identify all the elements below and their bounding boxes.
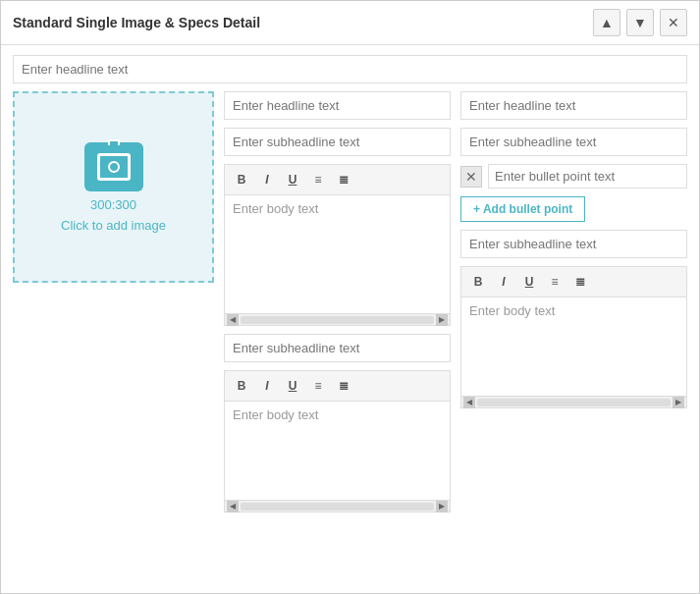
middle-editor2: B I U ≡ ≣ Enter body text ◀ ▶ [224, 370, 451, 513]
middle-editor2-toolbar: B I U ≡ ≣ [225, 371, 450, 402]
title-actions: ▲ ▼ ✕ [593, 9, 687, 36]
left-column: 300:300 Click to add image [13, 91, 214, 583]
middle-body2-placeholder: Enter body text [233, 407, 318, 422]
italic-button-r1[interactable]: I [493, 271, 514, 293]
underline-button-r1[interactable]: U [518, 271, 540, 293]
main-grid: 300:300 Click to add image B I U ≡ ≣ [13, 91, 687, 583]
middle-body1-placeholder: Enter body text [233, 201, 318, 216]
middle-editor1-scrollbar[interactable]: ◀ ▶ [225, 313, 450, 325]
scroll-track-1 [241, 316, 434, 324]
right-column: ✕ + Add bullet point B I U ≡ ≣ [460, 91, 687, 583]
middle-column: B I U ≡ ≣ Enter body text ◀ ▶ [224, 91, 451, 583]
list-ol-button-1[interactable]: ≣ [333, 169, 354, 190]
main-window: Standard Single Image & Specs Detail ▲ ▼… [0, 0, 700, 594]
bold-button-2[interactable]: B [231, 375, 252, 397]
click-to-add-label: Click to add image [61, 218, 166, 233]
middle-editor1: B I U ≡ ≣ Enter body text ◀ ▶ [224, 164, 451, 326]
image-placeholder[interactable]: 300:300 Click to add image [13, 91, 214, 283]
bullet-input[interactable] [488, 164, 687, 189]
camera-lens [108, 161, 120, 173]
scroll-track-2 [241, 503, 434, 511]
scroll-left-arrow-r1[interactable]: ◀ [463, 397, 475, 408]
right-editor1-toolbar: B I U ≡ ≣ [461, 267, 686, 297]
underline-button-2[interactable]: U [282, 375, 303, 397]
right-editor1-scrollbar[interactable]: ◀ ▶ [461, 396, 686, 407]
title-bar: Standard Single Image & Specs Detail ▲ ▼… [1, 1, 699, 45]
list-ul-button-r1[interactable]: ≡ [544, 271, 565, 293]
italic-button-2[interactable]: I [256, 375, 278, 397]
camera-icon [84, 142, 143, 191]
move-down-button[interactable]: ▼ [626, 9, 654, 36]
list-ol-button-2[interactable]: ≣ [333, 375, 354, 397]
middle-headline-input[interactable] [224, 91, 451, 120]
scroll-left-arrow-1[interactable]: ◀ [227, 314, 239, 326]
middle-body1-input[interactable]: Enter body text [225, 195, 450, 313]
right-subheadline1-input[interactable] [460, 128, 687, 156]
middle-body2-input[interactable]: Enter body text [225, 402, 450, 500]
underline-button-1[interactable]: U [282, 169, 303, 190]
scroll-right-arrow-1[interactable]: ▶ [436, 314, 448, 326]
top-headline-input[interactable] [13, 55, 687, 83]
bold-button-1[interactable]: B [231, 169, 252, 190]
image-size-label: 300:300 [90, 197, 136, 212]
scroll-track-r1 [477, 399, 671, 406]
list-ul-button-2[interactable]: ≡ [307, 375, 329, 397]
add-bullet-button[interactable]: + Add bullet point [460, 196, 585, 222]
middle-editor2-scrollbar[interactable]: ◀ ▶ [225, 500, 450, 512]
middle-subheadline1-input[interactable] [224, 128, 451, 156]
middle-subheadline2-input[interactable] [224, 334, 451, 362]
bullet-remove-button[interactable]: ✕ [460, 166, 482, 188]
top-headline-row [13, 55, 687, 83]
italic-button-1[interactable]: I [256, 169, 278, 190]
middle-editor1-toolbar: B I U ≡ ≣ [225, 165, 450, 195]
bold-button-r1[interactable]: B [467, 271, 489, 293]
right-editor1: B I U ≡ ≣ Enter body text ◀ ▶ [460, 266, 687, 408]
content-area: 300:300 Click to add image B I U ≡ ≣ [1, 45, 699, 593]
list-ul-button-1[interactable]: ≡ [307, 169, 329, 190]
list-ol-button-r1[interactable]: ≣ [569, 271, 591, 293]
right-body1-input[interactable]: Enter body text [461, 297, 686, 396]
move-up-button[interactable]: ▲ [593, 9, 620, 36]
right-headline-input[interactable] [460, 91, 687, 120]
scroll-left-arrow-2[interactable]: ◀ [227, 501, 239, 513]
scroll-right-arrow-r1[interactable]: ▶ [673, 397, 684, 408]
window-title: Standard Single Image & Specs Detail [13, 15, 260, 30]
right-subheadline2-input[interactable] [460, 230, 687, 258]
bullet-point-row: ✕ [460, 164, 687, 189]
camera-bump [108, 139, 120, 145]
right-body1-placeholder: Enter body text [469, 303, 555, 318]
close-button[interactable]: ✕ [660, 9, 687, 36]
scroll-right-arrow-2[interactable]: ▶ [436, 501, 448, 513]
